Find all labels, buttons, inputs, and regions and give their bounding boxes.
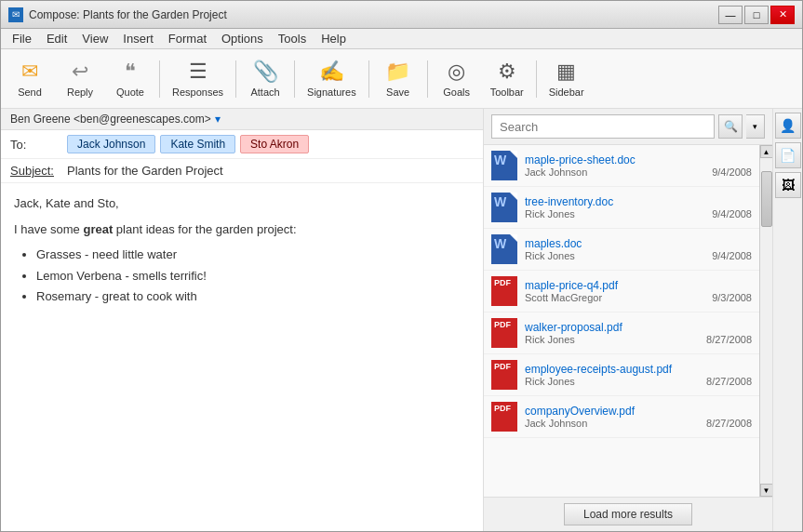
file-item-4[interactable]: walker-proposal.pdf Rick Jones 8/27/2008	[484, 313, 759, 354]
reply-button[interactable]: ↩ Reply	[57, 53, 103, 104]
subject-value[interactable]: Plants for the Garden Project	[67, 164, 223, 178]
file-author-6: Jack Johnson	[525, 418, 587, 429]
send-label: Send	[18, 86, 42, 98]
file-item-1[interactable]: tree-inventory.doc Rick Jones 9/4/2008	[484, 187, 759, 229]
toolbar-separator-4	[368, 60, 369, 98]
send-icon: ✉	[21, 60, 38, 84]
file-item-2[interactable]: maples.doc Rick Jones 9/4/2008	[484, 229, 759, 271]
file-author-5: Rick Jones	[525, 376, 575, 387]
file-info-3: maple-price-q4.pdf Scott MacGregor 9/3/2…	[525, 279, 752, 303]
to-row: To: Jack Johnson Kate Smith Sto Akron	[1, 130, 483, 159]
file-name-1: tree-inventory.doc	[525, 195, 752, 208]
responses-icon: ☰	[189, 60, 207, 84]
file-icon-pdf-3	[491, 276, 517, 306]
file-list: maple-price-sheet.doc Jack Johnson 9/4/2…	[484, 145, 759, 497]
title-bar: Compose: Plants for the Garden Project —…	[1, 1, 802, 29]
toolbar-separator-5	[427, 60, 428, 98]
sidebar-button[interactable]: ▦ Sidebar	[542, 53, 591, 104]
file-item-6[interactable]: companyOverview.pdf Jack Johnson 8/27/20…	[484, 396, 759, 438]
file-date-0: 9/4/2008	[712, 166, 752, 178]
menu-options[interactable]: Options	[214, 30, 271, 47]
goals-icon: ◎	[448, 60, 465, 84]
file-info-0: maple-price-sheet.doc Jack Johnson 9/4/2…	[525, 153, 752, 178]
toolbar-button[interactable]: ⚙ Toolbar	[484, 53, 530, 104]
scrollbar-thumb[interactable]	[761, 171, 772, 227]
search-dropdown-button[interactable]: ▾	[746, 114, 765, 139]
signatures-label: Signatures	[307, 86, 356, 98]
file-date-4: 8/27/2008	[706, 334, 752, 345]
file-date-3: 9/3/2008	[712, 292, 752, 303]
save-button[interactable]: 📁 Save	[375, 53, 422, 104]
body-intro: I have some great plant ideas for the ga…	[14, 220, 470, 239]
file-date-1: 9/4/2008	[712, 208, 752, 219]
search-input[interactable]	[491, 114, 715, 139]
quote-button[interactable]: ❝ Quote	[107, 53, 154, 104]
file-name-2: maples.doc	[525, 237, 752, 250]
close-button[interactable]: ✕	[770, 6, 795, 24]
menu-view[interactable]: View	[74, 30, 115, 47]
compose-window: Compose: Plants for the Garden Project —…	[0, 0, 803, 532]
menu-format[interactable]: Format	[161, 30, 214, 47]
scrollbar-up-arrow[interactable]: ▲	[760, 145, 773, 158]
sidebar-icon: ▦	[556, 60, 576, 84]
menu-help[interactable]: Help	[314, 30, 354, 47]
email-body[interactable]: Jack, Kate and Sto, I have some great pl…	[1, 183, 483, 531]
signatures-button[interactable]: ✍ Signatures	[301, 53, 363, 104]
menu-file[interactable]: File	[5, 30, 39, 47]
file-item-3[interactable]: maple-price-q4.pdf Scott MacGregor 9/3/2…	[484, 271, 759, 313]
bold-word: great	[83, 222, 113, 236]
send-button[interactable]: ✉ Send	[7, 53, 53, 104]
recipient-jack-johnson[interactable]: Jack Johnson	[67, 135, 155, 153]
responses-button[interactable]: ☰ Responses	[166, 53, 230, 104]
file-item-0[interactable]: maple-price-sheet.doc Jack Johnson 9/4/2…	[484, 145, 759, 187]
file-name-0: maple-price-sheet.doc	[525, 153, 752, 166]
maximize-button[interactable]: □	[744, 6, 769, 24]
file-name-3: maple-price-q4.pdf	[525, 279, 752, 292]
goals-button[interactable]: ◎ Goals	[434, 53, 480, 104]
file-info-4: walker-proposal.pdf Rick Jones 8/27/2008	[525, 321, 752, 345]
file-icon-word-2	[491, 234, 517, 264]
from-value: Ben Greene <ben@greenescapes.com>	[10, 113, 211, 126]
right-panel: 🔍 ▾ maple-price-sheet.doc Jack Johnson 9…	[484, 109, 772, 531]
scrollbar-down-arrow[interactable]: ▼	[760, 484, 773, 497]
recipient-kate-smith[interactable]: Kate Smith	[160, 135, 235, 153]
from-dropdown-arrow[interactable]: ▾	[215, 113, 221, 126]
search-area: 🔍 ▾	[484, 109, 772, 145]
save-label: Save	[386, 86, 409, 98]
responses-label: Responses	[172, 86, 223, 98]
to-label: To:	[10, 138, 61, 152]
menu-edit[interactable]: Edit	[39, 30, 74, 47]
menu-bar: File Edit View Insert Format Options Too…	[1, 29, 802, 49]
file-author-1: Rick Jones	[525, 208, 575, 219]
file-icon-word-1	[491, 193, 517, 222]
file-meta-1: Rick Jones 9/4/2008	[525, 208, 752, 219]
attach-button[interactable]: 📎 Attach	[242, 53, 288, 104]
file-item-5[interactable]: employee-receipts-august.pdf Rick Jones …	[484, 354, 759, 396]
file-meta-5: Rick Jones 8/27/2008	[525, 376, 752, 387]
menu-insert[interactable]: Insert	[115, 30, 161, 47]
right-icon-image[interactable]: 🖼	[775, 172, 801, 198]
right-icon-document[interactable]: 📄	[775, 142, 801, 168]
file-author-2: Rick Jones	[525, 250, 575, 261]
file-author-0: Jack Johnson	[525, 166, 587, 178]
attach-label: Attach	[250, 86, 279, 98]
subject-label: Subject:	[10, 164, 61, 178]
menu-tools[interactable]: Tools	[271, 30, 314, 47]
file-meta-3: Scott MacGregor 9/3/2008	[525, 292, 752, 303]
right-icon-contacts[interactable]: 👤	[775, 113, 801, 139]
plant-item-3: Rosemary - great to cook with	[36, 287, 470, 306]
toolbar-separator-3	[294, 60, 295, 98]
right-icons-panel: 👤 📄 🖼	[772, 109, 802, 531]
goals-label: Goals	[443, 86, 470, 98]
search-button[interactable]: 🔍	[718, 114, 743, 139]
title-bar-left: Compose: Plants for the Garden Project	[8, 7, 227, 22]
file-meta-0: Jack Johnson 9/4/2008	[525, 166, 752, 178]
subject-row: Subject: Plants for the Garden Project	[1, 159, 483, 183]
recipient-sto-akron[interactable]: Sto Akron	[240, 135, 309, 153]
load-more-button[interactable]: Load more results	[564, 503, 692, 525]
main-content: Ben Greene <ben@greenescapes.com> ▾ To: …	[1, 109, 802, 531]
minimize-button[interactable]: —	[718, 6, 743, 24]
plant-item-2: Lemon Verbena - smells terrific!	[36, 267, 470, 286]
file-name-4: walker-proposal.pdf	[525, 321, 752, 334]
signatures-icon: ✍	[319, 60, 344, 84]
